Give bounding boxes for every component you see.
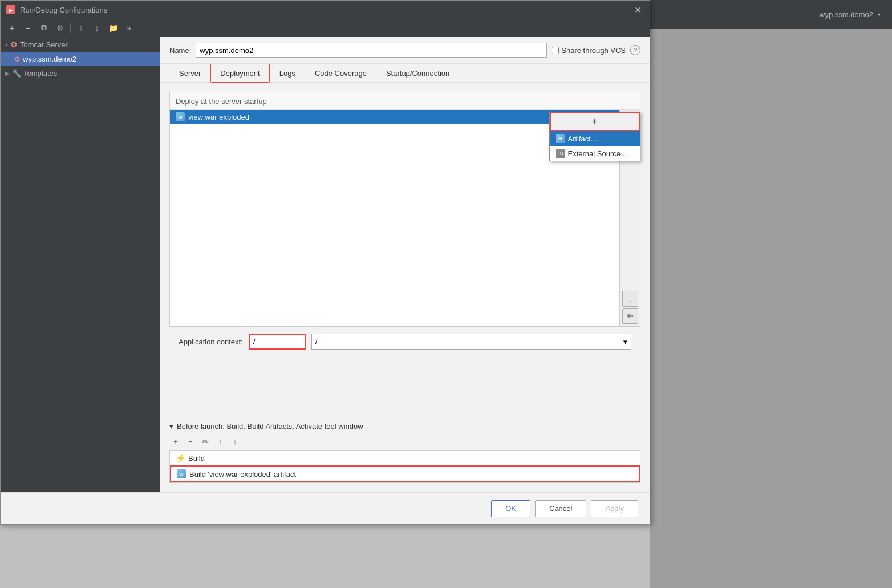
tree-demo2[interactable]: ⚙ wyp.ssm.demo2: [1, 52, 160, 66]
move-down-button[interactable]: ↓: [90, 21, 104, 35]
more-button[interactable]: »: [122, 21, 136, 35]
deploy-section: Deploy at the server startup W view:war …: [169, 92, 640, 327]
app-context-value: /: [315, 338, 318, 346]
tab-startup[interactable]: Startup/Connection: [376, 64, 459, 83]
copy-config-button[interactable]: ⧉: [37, 21, 51, 35]
apply-button[interactable]: Apply: [591, 500, 638, 517]
add-button-wrapper: + + W Artifact...: [622, 112, 638, 128]
tomcat-chevron: ▾: [5, 42, 8, 48]
app-context-row: Application context: / ▾: [169, 327, 640, 356]
edit-artifact-button[interactable]: ✏: [622, 308, 638, 324]
vcs-checkbox[interactable]: [552, 47, 559, 54]
before-launch-label: Before launch: Build, Build Artifacts, A…: [177, 422, 363, 431]
app-context-label: Application context:: [179, 338, 243, 346]
tree-templates[interactable]: ▶ 🔧 Templates: [1, 66, 160, 80]
dropdown-arrow-icon: ▾: [623, 338, 627, 346]
right-panel: Name: Share through VCS ? Server Deploym…: [160, 37, 650, 492]
move-down-artifact-button[interactable]: ↓: [622, 291, 638, 307]
move-up-button[interactable]: ↑: [74, 21, 88, 35]
before-launch-collapse-icon[interactable]: ▾: [169, 422, 173, 431]
name-input[interactable]: [196, 43, 547, 58]
artifact-name: view:war exploded: [188, 113, 249, 121]
remove-config-button[interactable]: −: [21, 21, 35, 35]
tabs-bar: Server Deployment Logs Code Coverage Sta…: [160, 64, 650, 83]
left-panel: ▾ ⚙ Tomcat Server ⚙ wyp.ssm.demo2 ▶ 🔧 Te…: [1, 37, 160, 492]
toolbar: + − ⧉ ⚙ ↑ ↓ 📁 »: [1, 19, 650, 37]
bottom-buttons: OK Cancel Apply: [1, 492, 650, 524]
bl-down-button[interactable]: ↓: [229, 435, 241, 448]
war-icon: W: [176, 112, 185, 121]
cancel-button[interactable]: Cancel: [535, 500, 586, 517]
templates-label: Templates: [23, 69, 57, 78]
add-config-button[interactable]: +: [5, 21, 19, 35]
external-source-label: External Source...: [568, 149, 627, 158]
tab-deployment[interactable]: Deployment: [210, 64, 269, 83]
vcs-checkbox-group: Share through VCS: [552, 46, 626, 55]
app-icon: ▶: [6, 5, 15, 14]
bl-remove-button[interactable]: −: [184, 435, 197, 448]
demo-icon: ⚙: [14, 55, 21, 63]
config-dropdown-arrow[interactable]: ▾: [878, 11, 881, 18]
bl-artifact-icon: W: [177, 469, 186, 478]
artifact-list: W view:war exploded +: [170, 110, 640, 326]
artifact-dropdown-label: Artifact...: [568, 135, 597, 143]
add-dropdown-popup: + W Artifact... ES External Source...: [549, 112, 640, 161]
demo-label: wyp.ssm.demo2: [23, 55, 76, 63]
name-row: Name: Share through VCS ?: [160, 37, 650, 64]
dropdown-external-source-item[interactable]: ES External Source...: [550, 146, 640, 161]
dropdown-plus-icon: +: [591, 116, 598, 128]
ok-button[interactable]: OK: [491, 500, 530, 517]
config-name-label: wyp.ssm.demo2: [820, 10, 873, 19]
bl-item-build[interactable]: ⚡ Build: [170, 451, 640, 465]
before-launch-section: ▾ Before launch: Build, Build Artifacts,…: [160, 417, 650, 492]
bl-item-artifact[interactable]: W Build 'view:war exploded' artifact: [170, 465, 640, 482]
close-button[interactable]: ✕: [631, 3, 644, 16]
app-context-input-wrap: [249, 334, 306, 350]
vcs-label: Share through VCS: [561, 46, 626, 55]
tree-tomcat-server[interactable]: ▾ ⚙ Tomcat Server: [1, 37, 160, 52]
bl-add-button[interactable]: +: [169, 435, 182, 448]
external-source-icon: ES: [556, 149, 565, 158]
dialog-title: Run/Debug Configurations: [20, 6, 107, 14]
bl-edit-button[interactable]: ✏: [199, 435, 212, 448]
dropdown-artifact-item[interactable]: W Artifact...: [550, 131, 640, 146]
build-icon: ⚡: [176, 453, 185, 463]
tab-code-coverage[interactable]: Code Coverage: [305, 64, 376, 83]
before-launch-header: ▾ Before launch: Build, Build Artifacts,…: [169, 417, 640, 433]
content-area: Deploy at the server startup W view:war …: [160, 83, 650, 417]
tomcat-icon: ⚙: [10, 40, 18, 49]
name-label: Name:: [169, 46, 191, 55]
dropdown-header: +: [550, 112, 640, 131]
down-arrow-icon: ↓: [628, 294, 632, 303]
app-context-input[interactable]: [250, 336, 284, 347]
artifact-dropdown-icon: W: [556, 134, 565, 143]
side-buttons-panel: + + W Artifact...: [619, 110, 640, 326]
settings-button[interactable]: ⚙: [53, 21, 67, 35]
toolbar-separator: [70, 23, 71, 33]
before-launch-list: ⚡ Build W Build 'view:war exploded' arti…: [169, 450, 640, 483]
app-context-dropdown[interactable]: / ▾: [311, 334, 631, 350]
bl-artifact-label: Build 'view:war exploded' artifact: [189, 470, 296, 478]
edit-icon: ✏: [627, 311, 634, 321]
tab-logs[interactable]: Logs: [270, 64, 305, 83]
before-launch-toolbar: + − ✏ ↑ ↓: [169, 433, 640, 450]
deploy-label: Deploy at the server startup: [170, 92, 640, 110]
templates-icon: 🔧: [12, 69, 21, 78]
help-icon[interactable]: ?: [630, 45, 640, 55]
bl-build-label: Build: [188, 454, 205, 463]
tab-server[interactable]: Server: [169, 64, 210, 83]
tomcat-server-label: Tomcat Server: [20, 40, 68, 49]
folder-button[interactable]: 📁: [106, 21, 120, 35]
bl-up-button[interactable]: ↑: [214, 435, 226, 448]
templates-chevron: ▶: [5, 70, 10, 76]
title-bar: ▶ Run/Debug Configurations ✕: [1, 1, 650, 19]
